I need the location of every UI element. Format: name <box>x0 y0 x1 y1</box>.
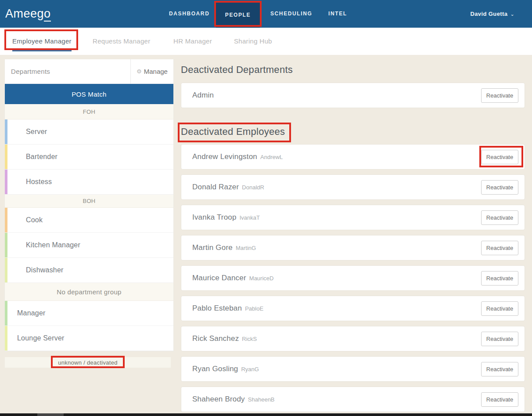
deactivated-department-row: Admin Reactivate <box>181 83 525 108</box>
reactivate-employee-button[interactable]: Reactivate <box>481 332 518 346</box>
employee-name: Pablo Esteban <box>192 304 242 313</box>
sidebar-department-item[interactable]: Manager <box>5 301 173 326</box>
department-name: Server <box>5 128 47 136</box>
user-menu[interactable]: David Guetta⌄ <box>470 0 514 28</box>
deactivated-employee-row: Pablo EstebanPabloEReactivate <box>181 296 525 321</box>
employee-name: Shaheen Brody <box>192 395 245 404</box>
employee-username: MartinG <box>236 245 256 251</box>
department-color-bar <box>5 258 7 282</box>
deactivated-employees-list: Andrew LevingstonAndrewLReactivateDonald… <box>181 144 525 416</box>
ameego-logo[interactable]: Ameego <box>5 0 51 28</box>
department-name: Hostess <box>5 178 52 186</box>
deactivated-employee-row: Martin GoreMartinGReactivate <box>181 235 525 260</box>
department-color-bar <box>5 233 7 257</box>
subnav-sharing-hub[interactable]: Sharing Hub <box>234 28 272 55</box>
unknown-deactivated-filter[interactable]: unknown / deactivated <box>4 357 171 368</box>
sidebar-department-item[interactable]: Server <box>5 119 173 145</box>
deactivated-departments-title: Deactivated Departments <box>181 64 293 76</box>
reactivate-employee-button[interactable]: Reactivate <box>481 392 518 407</box>
department-name: Kitchen Manager <box>5 241 80 249</box>
logo-text: Ameeg <box>5 7 44 20</box>
departments-panel-header: Departments ⚙ Manage <box>5 59 173 84</box>
sidebar-department-item[interactable]: Cook <box>5 208 173 233</box>
sidebar-department-item[interactable]: Bartender <box>5 145 173 170</box>
employee-name: Ryan Gosling <box>192 365 238 373</box>
reactivate-employee-button[interactable]: Reactivate <box>481 210 518 225</box>
employee-name: Andrew Levingston <box>192 152 257 161</box>
reactivate-employee-button[interactable]: Reactivate <box>481 362 518 376</box>
sidebar-department-item[interactable]: Kitchen Manager <box>5 233 173 258</box>
department-name: Cook <box>5 216 43 224</box>
scrollbar-thumb[interactable] <box>37 413 64 416</box>
department-name: Bartender <box>5 153 58 161</box>
reactivate-department-button[interactable]: Reactivate <box>481 88 518 103</box>
tab-scheduling[interactable]: SCHEDULING <box>270 0 312 28</box>
department-color-bar <box>5 326 7 351</box>
deactivated-employee-row: Rick SanchezRickSReactivate <box>181 326 525 351</box>
horizontal-scrollbar[interactable] <box>0 413 532 416</box>
employee-username: RickS <box>242 336 257 342</box>
secondary-navigation: Employee Manager Requests Manager HR Man… <box>0 28 532 55</box>
subnav-hr-manager[interactable]: HR Manager <box>173 28 212 55</box>
reactivate-employee-button[interactable]: Reactivate <box>481 150 518 164</box>
deactivated-employee-row: Ivanka TroopIvankaTReactivate <box>181 205 525 230</box>
department-group-header: BOH <box>5 195 173 208</box>
department-name: Manager <box>5 309 46 317</box>
reactivate-employee-button[interactable]: Reactivate <box>481 241 518 255</box>
department-name: Dishwasher <box>5 266 64 274</box>
department-row-name: Admin <box>192 91 214 100</box>
employee-username: ShaheenB <box>248 396 275 403</box>
manage-departments-button[interactable]: ⚙ Manage <box>130 59 173 83</box>
reactivate-employee-button[interactable]: Reactivate <box>481 180 518 195</box>
deactivated-employee-row: Andrew LevingstonAndrewLReactivate <box>181 144 525 170</box>
department-group-header: No department group <box>5 283 173 301</box>
chevron-down-icon: ⌄ <box>510 11 514 17</box>
sidebar-department-item[interactable]: Hostess <box>5 170 173 195</box>
employee-username: RyanG <box>241 366 259 373</box>
tab-intel[interactable]: INTEL <box>328 0 347 28</box>
departments-panel: Departments ⚙ Manage POS Match FOHServer… <box>4 59 174 351</box>
tab-people[interactable]: PEOPLE <box>216 3 260 28</box>
deactivated-employees-title: Deactivated Employees <box>181 126 285 137</box>
logo-text-underlined: o <box>44 7 51 22</box>
department-color-bar <box>5 145 7 169</box>
subnav-employee-manager[interactable]: Employee Manager <box>12 28 72 55</box>
subnav-requests-manager[interactable]: Requests Manager <box>93 28 151 55</box>
deactivated-employee-row: Donald RazerDonaldRReactivate <box>181 174 525 200</box>
user-name: David Guetta <box>470 11 507 17</box>
sidebar-department-item[interactable]: Lounge Server <box>5 326 173 351</box>
employee-name: Maurice Dancer <box>192 274 246 282</box>
department-color-bar <box>5 119 7 144</box>
department-color-bar <box>5 170 7 194</box>
employee-username: PabloE <box>245 305 263 312</box>
employee-name: Rick Sanchez <box>192 334 239 343</box>
manage-label: Manage <box>144 68 168 75</box>
department-color-bar <box>5 301 7 326</box>
pos-match-button[interactable]: POS Match <box>5 84 173 104</box>
employee-username: DonaldR <box>242 184 264 191</box>
department-color-bar <box>5 208 7 232</box>
department-groups: FOHServerBartenderHostessBOHCookKitchen … <box>5 104 173 351</box>
employee-username: MauriceD <box>249 275 274 282</box>
departments-title: Departments <box>5 59 130 83</box>
reactivate-employee-button[interactable]: Reactivate <box>481 301 518 316</box>
top-navigation-bar: Ameego DASHBOARD PEOPLE SCHEDULING INTEL… <box>0 0 532 28</box>
deactivated-employee-row: Ryan GoslingRyanGReactivate <box>181 356 525 382</box>
gear-icon: ⚙ <box>137 68 142 75</box>
department-name: Lounge Server <box>5 334 65 342</box>
sidebar-department-item[interactable]: Dishwasher <box>5 258 173 283</box>
employee-name: Ivanka Troop <box>192 213 237 222</box>
employee-name: Donald Razer <box>192 183 239 192</box>
department-group-header: FOH <box>5 104 173 119</box>
employee-username: IvankaT <box>240 214 260 221</box>
employee-username: AndrewL <box>260 154 283 160</box>
reactivate-employee-button[interactable]: Reactivate <box>481 271 518 286</box>
employee-name: Martin Gore <box>192 243 233 252</box>
deactivated-employee-row: Maurice DancerMauriceDReactivate <box>181 265 525 291</box>
tab-dashboard[interactable]: DASHBOARD <box>169 0 209 28</box>
deactivated-employee-row: Shaheen BrodyShaheenBReactivate <box>181 387 525 412</box>
